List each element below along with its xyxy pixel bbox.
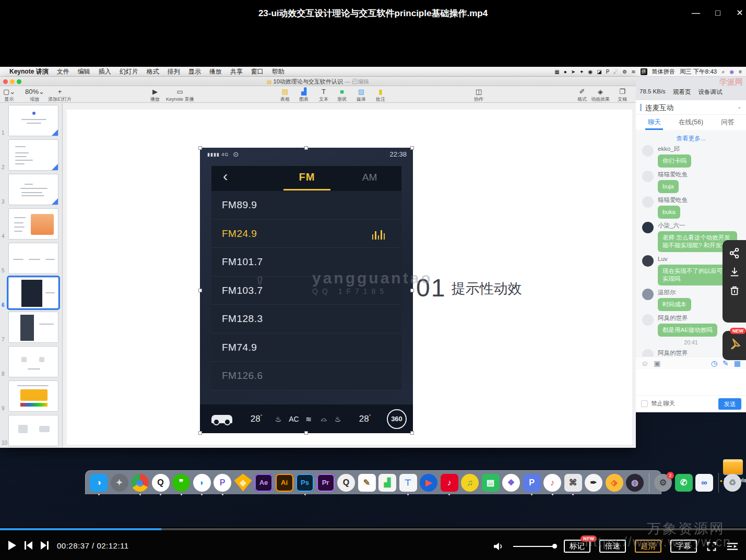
dock-app-illustrator[interactable]: Ai [276,474,293,492]
view-button[interactable]: ▢⌄显示 [3,87,15,103]
station-row-5[interactable]: FM74.9 [211,333,401,362]
document-button[interactable]: ❐文稿 [618,87,627,103]
dock-app-launchpad[interactable]: ✦ [111,474,128,492]
app-grid-icon[interactable]: ▦ [554,69,559,75]
dock-app-media-player[interactable]: ▶ [420,474,437,492]
mic-icon[interactable]: ● [564,69,567,75]
format-button[interactable]: ✐格式 [577,87,587,103]
slide-thumbnail-3[interactable]: 3 [0,172,62,207]
keynote-live-button[interactable]: ▭Keynote 直播 [166,87,194,103]
menu-item-9[interactable]: 共享 [230,67,243,76]
dock-app-netease-music[interactable]: ♪ [441,474,458,492]
dock-app-qq-music[interactable]: ♫ [461,474,479,492]
chat-tab-2[interactable]: 问答 [709,115,746,130]
cluster-icon[interactable]: ✦ [579,69,584,75]
send-button[interactable]: 发送 [718,398,741,410]
temp-left[interactable]: 28° [246,414,267,424]
dock-app-trash[interactable]: ♻ [724,474,741,492]
device-debug-link[interactable]: 设备调试 [698,88,722,96]
chat-tab-0[interactable]: 聊天 [636,115,672,130]
volume-icon[interactable] [493,542,504,551]
dock-app-sketch[interactable]: ◆ [234,474,252,492]
dock-app-premiere[interactable]: Pr [317,474,335,492]
dock-app-prism-app[interactable]: ❖ [502,474,520,492]
dock-app-numbers[interactable]: ▟ [378,474,396,492]
dock-app-evernote[interactable]: ▤ [482,474,500,492]
dock-app-finder[interactable]: ◑ [90,474,108,492]
menu-item-11[interactable]: 帮助 [272,67,285,76]
volume-knob[interactable] [552,544,557,549]
zoom-button[interactable]: 80%⌄缩放 [25,87,44,103]
menu-item-2[interactable]: 编辑 [78,67,90,76]
menu-item-5[interactable]: 格式 [147,67,159,76]
siri-icon[interactable]: ◉ [729,69,734,75]
history-icon[interactable]: ◷ [711,359,717,367]
dock-app-quicktime[interactable]: Q [337,474,355,492]
dock-app-photoshop[interactable]: Ps [296,474,314,492]
pin-icon[interactable] [728,337,741,351]
slide-thumbnail-2[interactable]: 2 [0,138,62,172]
wifi-icon[interactable]: ≋ [631,69,635,75]
dock-app-zeplin[interactable]: ⬗ [606,474,623,492]
dock-app-p-blue-app[interactable]: P [523,474,541,492]
slide-thumbnail-8[interactable]: 8 [0,344,62,379]
slide-thumbnail-5[interactable]: 5 [0,241,62,276]
mute-chat-checkbox[interactable] [641,400,648,407]
chat-input-area[interactable] [636,369,746,395]
slide-thumbnail-1[interactable]: 1 [0,103,62,138]
dock-app-pen-app[interactable]: ✒ [585,474,602,492]
image-icon[interactable]: ▣ [654,359,660,367]
slide-thumbnail-4[interactable]: 4 [0,207,62,241]
selection-handle-3[interactable] [198,289,202,292]
back-chevron-icon[interactable]: ‹ [223,168,228,185]
seat-heat-left-icon[interactable]: ♨ [272,415,285,423]
dock-app-itunes[interactable]: ♪ [543,474,561,492]
dock-app-blue-bird-app[interactable]: ◗ [193,474,211,492]
station-row-4[interactable]: FM128.3 [211,305,401,333]
slide-thumbnail-7[interactable]: 7 [0,310,62,344]
container-icon[interactable]: ◪ [597,69,601,75]
dock-app-sphere-app[interactable]: ◍ [626,474,644,492]
menu-item-10[interactable]: 窗口 [251,67,264,76]
selection-handle-5[interactable] [198,431,202,435]
menu-item-3[interactable]: 插入 [99,67,111,76]
comment-button[interactable]: ▮批注 [376,87,385,103]
ac-button[interactable]: AC [287,415,301,423]
animate-button[interactable]: ◈动画效果 [591,87,610,103]
media-button[interactable]: ▨媒体 [357,87,366,103]
volume-slider[interactable] [513,546,555,547]
dock-app-wechat[interactable]: ❞ [172,474,190,492]
chart-button[interactable]: ▟图表 [299,87,309,103]
slide-thumbnail-6[interactable]: 6 [0,276,62,310]
menu-item-4[interactable]: 幻灯片 [120,67,138,76]
menu-item-6[interactable]: 排列 [168,67,180,76]
see-more-link[interactable]: 查看更多... [636,135,746,142]
table-button[interactable]: ▤表格 [280,87,290,103]
menu-item-0[interactable]: Keynote 讲演 [9,67,49,76]
slide-thumbnail-10[interactable]: 10 [0,413,62,448]
station-row-0[interactable]: FM89.9 [211,191,401,220]
dock-app-after-effects[interactable]: Ae [255,474,273,492]
menu-item-1[interactable]: 文件 [57,67,69,76]
temp-right[interactable]: 28° [354,414,375,424]
collaborate-button[interactable]: ◫协作 [474,87,483,103]
spotlight-icon[interactable]: ⌕ [721,68,725,75]
minimize-button[interactable]: — [689,6,703,20]
dock-app-chrome[interactable]: ◉ [131,474,149,492]
input-method-icon[interactable]: 拼 [641,68,647,75]
play-button[interactable] [8,541,16,550]
add-slide-button[interactable]: +添加幻灯片 [48,87,72,103]
rotate-360-button[interactable]: 360 [387,409,409,429]
parking-icon[interactable]: P [606,69,610,75]
text-button[interactable]: T文本 [319,87,328,103]
close-button[interactable]: ✕ [733,6,746,20]
chat-tab-1[interactable]: 在线(56) [672,115,709,130]
selection-handle-6[interactable] [304,431,308,435]
settings-icon[interactable]: ⚙ [622,69,627,75]
telegram-icon[interactable]: ➤ [571,69,575,75]
dock-app-command-folder[interactable]: ⌘ [564,474,582,492]
maximize-button[interactable]: □ [711,6,725,20]
menubar-clock[interactable]: 周三 下午8:43 [680,68,717,76]
dock-app-keynote-app[interactable]: ⊤ [399,474,417,492]
watch-page-link[interactable]: 观看页 [673,88,691,96]
